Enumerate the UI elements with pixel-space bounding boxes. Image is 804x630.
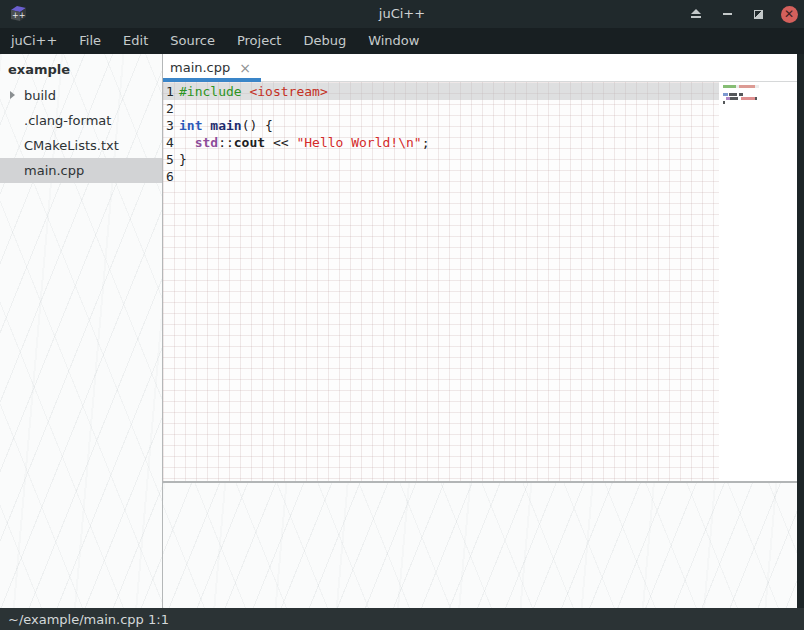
code-token: std <box>195 134 218 151</box>
menu-item-juci[interactable]: juCi++ <box>0 28 68 54</box>
line-number: 2 <box>166 100 179 117</box>
line-number: 1 <box>166 83 179 100</box>
code-token: "Hello World!\n" <box>296 134 421 151</box>
code-token: () { <box>242 117 273 134</box>
restore-icon <box>754 10 763 19</box>
line-number: 6 <box>166 168 179 185</box>
code-token: :: <box>218 134 234 151</box>
code-token: int <box>179 117 202 134</box>
tree-item-main-cpp[interactable]: main.cpp <box>0 158 162 183</box>
tree-item-label: .clang-format <box>24 113 111 128</box>
menu-item-project[interactable]: Project <box>226 28 292 54</box>
code-lines: 1#include <iostream>23int main() {4 std:… <box>166 83 719 185</box>
menu-item-source[interactable]: Source <box>159 28 226 54</box>
code-line[interactable]: 5} <box>166 151 719 168</box>
tab-main-cpp[interactable]: main.cpp × <box>163 54 261 81</box>
window-controls: ✕ <box>687 0 798 28</box>
tree-item-label: main.cpp <box>24 163 84 178</box>
close-button[interactable]: ✕ <box>780 5 798 23</box>
code-line[interactable]: 1#include <iostream> <box>163 83 719 100</box>
restore-button[interactable] <box>749 5 767 23</box>
minimap-row <box>723 97 773 100</box>
terminal-pane[interactable] <box>163 483 797 608</box>
code-token: <iostream> <box>249 83 327 100</box>
code-line[interactable]: 6 <box>166 168 719 185</box>
code-token: cout <box>234 134 265 151</box>
source-view[interactable]: 1#include <iostream>23int main() {4 std:… <box>163 82 719 481</box>
file-tree-panel: example build.clang-formatCMakeLists.txt… <box>0 54 162 608</box>
eject-icon <box>690 9 702 19</box>
code-token <box>202 117 210 134</box>
minimap-row <box>723 101 773 104</box>
status-path-position: ~/example/main.cpp 1:1 <box>8 612 169 627</box>
code-line[interactable]: 3int main() { <box>166 117 719 134</box>
code-token: main <box>210 117 241 134</box>
title-bar: ++ juCi++ ✕ <box>0 0 804 28</box>
code-token: } <box>179 151 187 168</box>
tab-label: main.cpp <box>170 60 230 75</box>
line-number: 4 <box>166 134 179 151</box>
code-line[interactable]: 4 std::cout << "Hello World!\n"; <box>166 134 719 151</box>
file-tree: build.clang-formatCMakeLists.txtmain.cpp <box>0 83 162 183</box>
tree-item-label: CMakeLists.txt <box>24 138 119 153</box>
code-token: ; <box>422 134 430 151</box>
code-token <box>179 134 195 151</box>
shade-window-button[interactable] <box>687 5 705 23</box>
tree-item--clang-format[interactable]: .clang-format <box>0 108 162 133</box>
status-bar: ~/example/main.cpp 1:1 <box>0 608 804 630</box>
close-icon: ✕ <box>781 6 798 23</box>
menu-item-debug[interactable]: Debug <box>292 28 357 54</box>
menu-item-edit[interactable]: Edit <box>112 28 159 54</box>
editor-row: 1#include <iostream>23int main() {4 std:… <box>163 82 797 481</box>
minimap-row <box>723 89 773 92</box>
minimize-button[interactable] <box>718 5 736 23</box>
chevron-right-icon[interactable] <box>10 91 15 99</box>
tree-item-cmakelists-txt[interactable]: CMakeLists.txt <box>0 133 162 158</box>
minimap <box>723 85 773 104</box>
code-token: << <box>265 134 296 151</box>
tree-item-build[interactable]: build <box>0 83 162 108</box>
code-line[interactable]: 2 <box>166 100 719 117</box>
minimap-row <box>723 85 773 88</box>
window-right-edge <box>797 54 804 630</box>
code-token <box>242 83 250 100</box>
code-token: #include <box>179 83 242 100</box>
line-number: 5 <box>166 151 179 168</box>
minimap-pane[interactable] <box>719 82 797 481</box>
project-name: example <box>0 54 162 83</box>
tab-bar: main.cpp × <box>163 54 797 82</box>
tree-item-label: build <box>24 88 56 103</box>
minimap-row <box>723 93 773 96</box>
line-number: 3 <box>166 117 179 134</box>
minus-icon <box>723 13 732 15</box>
editor-area: main.cpp × 1#include <iostream>23int mai… <box>163 54 797 608</box>
menu-item-window[interactable]: Window <box>357 28 430 54</box>
menu-item-file[interactable]: File <box>68 28 112 54</box>
menu-bar: juCi++FileEditSourceProjectDebugWindow <box>0 28 804 54</box>
window-title: juCi++ <box>0 0 804 28</box>
tab-close-icon[interactable]: × <box>239 61 251 75</box>
